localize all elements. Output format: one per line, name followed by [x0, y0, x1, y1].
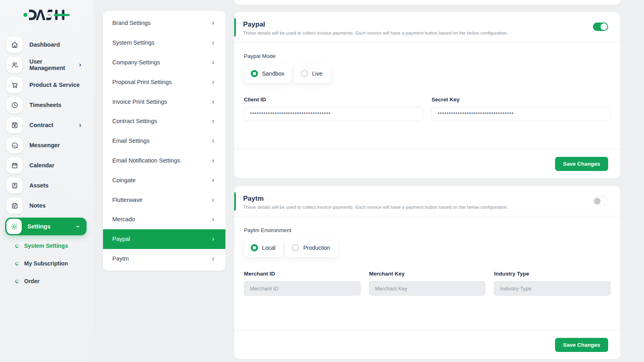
paytm-card-body: Paytm Environment Local Production Merch… [234, 227, 620, 296]
paypal-enable-toggle[interactable] [593, 23, 608, 31]
paytm-card: Paytm These details will be used to coll… [234, 186, 620, 359]
secret-key-label: Secret Key [431, 97, 611, 103]
radio-selected-icon [251, 70, 258, 77]
radio-live[interactable]: Live [294, 64, 330, 83]
chevron-right-icon: › [212, 255, 214, 262]
chevron-right-icon: › [212, 78, 214, 86]
chevron-right-icon: › [212, 117, 214, 125]
menu-item-email-settings[interactable]: Email Settings› [103, 131, 225, 151]
sidebar-item-label: Messenger [29, 142, 60, 148]
secret-key-input[interactable] [431, 107, 611, 121]
subnav-item-my-subscription[interactable]: My Subscription [15, 259, 93, 268]
sidebar: Dashboard User Management › Product & Se… [0, 0, 93, 362]
menu-item-label: Proposal Print Settings [112, 79, 172, 85]
menu-item-proposal-print-settings[interactable]: Proposal Print Settings› [103, 72, 225, 92]
gear-icon [6, 219, 22, 234]
paytm-environment-label: Paytm Environment [244, 227, 611, 233]
menu-item-flutterwave[interactable]: Flutterwave› [103, 190, 225, 210]
sidebar-item-dashboard[interactable]: Dashboard [6, 37, 87, 53]
radio-production[interactable]: Production [285, 239, 338, 257]
sidebar-item-settings[interactable]: Settings › [5, 218, 87, 235]
merchant-key-label: Merchant Key [369, 271, 486, 277]
menu-item-label: Mercado [112, 216, 135, 222]
notes-icon [6, 197, 23, 214]
paytm-save-button[interactable]: Save Changes [555, 338, 608, 352]
sidebar-item-label: Dashboard [29, 41, 60, 48]
dash-logo-icon [23, 7, 70, 23]
menu-item-label: Flutterwave [112, 197, 142, 203]
menu-item-label: Email Settings [112, 138, 150, 144]
paypal-card: Paypal These details will be used to col… [234, 12, 620, 178]
bullet-icon [15, 280, 19, 283]
menu-item-paypal[interactable]: Paypal› [103, 229, 225, 249]
menu-item-coingate[interactable]: Coingate› [103, 170, 225, 190]
menu-item-mercado[interactable]: Mercado› [103, 210, 225, 229]
merchant-key-input[interactable] [369, 281, 486, 296]
menu-item-label: Coingate [112, 177, 136, 183]
chevron-right-icon: › [212, 216, 214, 223]
previous-card-edge [234, 0, 620, 5]
cart-icon [6, 77, 23, 93]
menu-item-paytm[interactable]: Paytm› [103, 249, 225, 269]
sidebar-item-messenger[interactable]: Messenger [6, 137, 87, 153]
settings-menu: Brand Settings› System Settings› Company… [103, 11, 225, 271]
home-icon [6, 37, 23, 53]
menu-item-label: Invoice Print Settings [112, 99, 167, 105]
chevron-down-icon: › [74, 225, 82, 228]
sidebar-item-contract[interactable]: Contract › [6, 117, 87, 133]
sidebar-item-notes[interactable]: Notes [6, 197, 87, 214]
paypal-fields: Client ID Secret Key [244, 97, 611, 121]
menu-item-system-settings[interactable]: System Settings› [103, 33, 225, 53]
radio-sandbox[interactable]: Sandbox [244, 64, 292, 83]
radio-label: Live [312, 70, 322, 77]
paypal-card-header: Paypal These details will be used to col… [234, 12, 620, 42]
sidebar-item-label: Settings [27, 223, 50, 230]
radio-unselected-icon [292, 244, 299, 251]
sidebar-item-calendar[interactable]: Calendar [6, 157, 87, 173]
menu-item-company-settings[interactable]: Company Settings› [103, 53, 225, 72]
subnav-item-system-settings[interactable]: System Settings [15, 241, 93, 251]
sidebar-item-label: Contract [29, 122, 54, 128]
sidebar-item-label: Timesheets [29, 102, 62, 108]
chevron-right-icon: › [212, 177, 214, 184]
paytm-enable-toggle[interactable] [593, 197, 608, 205]
accent-bar [234, 18, 236, 37]
clock-icon [6, 97, 23, 113]
bullet-icon [15, 244, 19, 248]
toggle-knob [594, 198, 601, 204]
subnav-item-order[interactable]: Order [15, 276, 93, 286]
radio-selected-icon [251, 244, 258, 251]
chevron-right-icon: › [79, 61, 81, 69]
radio-label: Production [303, 245, 330, 251]
radio-unselected-icon [301, 70, 308, 77]
sidebar-nav: Dashboard User Management › Product & Se… [0, 37, 93, 286]
chevron-right-icon: › [212, 235, 214, 243]
menu-item-email-notification-settings[interactable]: Email Notification Settings› [103, 151, 225, 171]
menu-item-label: Paypal [112, 236, 130, 242]
accent-bar [234, 192, 236, 211]
bullet-icon [15, 262, 19, 265]
merchant-id-input[interactable] [244, 281, 361, 296]
chevron-right-icon: › [212, 137, 214, 144]
chevron-right-icon: › [79, 121, 81, 129]
menu-item-contract-settings[interactable]: Contract Settings› [103, 111, 225, 131]
paytm-card-header: Paytm These details will be used to coll… [234, 186, 620, 216]
chevron-right-icon: › [212, 98, 214, 105]
paytm-fields: Merchant ID Merchant Key Industry Type [244, 271, 611, 296]
sidebar-item-assets[interactable]: Assets [6, 177, 87, 193]
sidebar-item-user-management[interactable]: User Management › [6, 57, 87, 73]
paypal-save-button[interactable]: Save Changes [555, 157, 608, 171]
menu-item-brand-settings[interactable]: Brand Settings› [103, 13, 225, 33]
paytm-environment-radio-group: Local Production [244, 239, 611, 257]
sidebar-item-timesheets[interactable]: Timesheets [6, 97, 87, 113]
menu-item-label: System Settings [112, 39, 155, 46]
paypal-card-footer: Save Changes [234, 149, 620, 178]
industry-type-input[interactable] [494, 281, 611, 296]
chevron-right-icon: › [212, 157, 214, 164]
client-id-input[interactable] [244, 107, 423, 121]
menu-item-invoice-print-settings[interactable]: Invoice Print Settings› [103, 92, 225, 111]
radio-label: Local [262, 245, 275, 251]
radio-local[interactable]: Local [244, 239, 283, 257]
sidebar-item-product-service[interactable]: Product & Service [6, 77, 87, 93]
paypal-mode-label: Paypal Mode [244, 53, 611, 59]
